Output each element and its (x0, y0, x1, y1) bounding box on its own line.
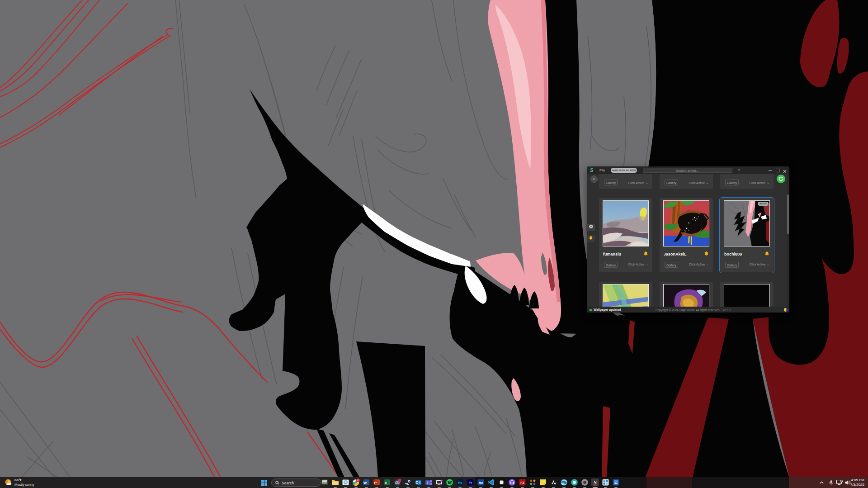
svg-text:6: 6 (357, 479, 359, 482)
svg-text:Pr: Pr (468, 481, 472, 484)
svg-text:Me: Me (478, 481, 483, 484)
svg-text:P: P (374, 481, 377, 485)
svg-text:S: S (594, 479, 597, 486)
svg-text:X: X (384, 481, 387, 485)
svg-text:W: W (363, 481, 367, 485)
svg-text:Ps: Ps (458, 481, 462, 484)
svg-text:T: T (426, 481, 429, 485)
svg-text:FZ: FZ (520, 481, 524, 484)
